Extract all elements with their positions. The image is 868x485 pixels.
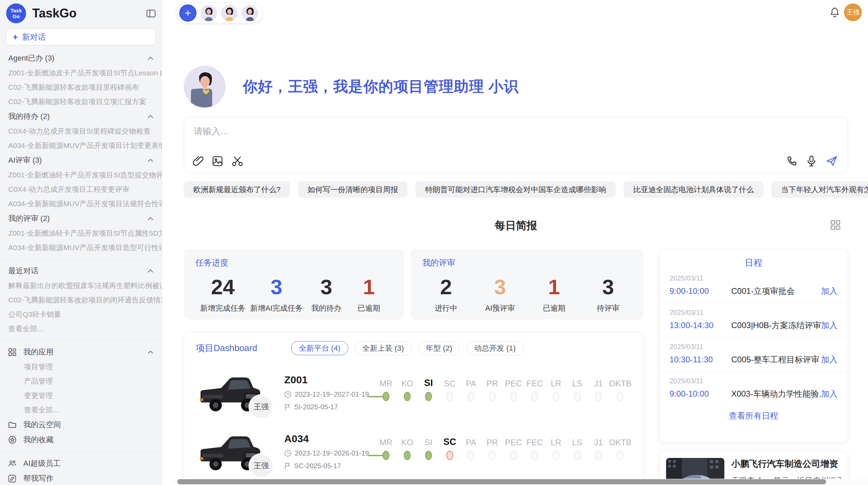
dashboard-title: 项目Dashboard: [196, 342, 291, 354]
sidebar-item-favorites[interactable]: 我的收藏: [0, 432, 162, 447]
sidebar-task-item[interactable]: C0X4-动力总成开发项目工程变更评审: [0, 182, 162, 197]
milestone-dot: [489, 451, 496, 460]
view-all-apps-link[interactable]: 查看全部...: [0, 403, 162, 417]
user-avatar[interactable]: 王强: [844, 3, 862, 21]
suggestion-chip[interactable]: 当下年轻人对汽车外观有怎样的喜好趋势: [771, 182, 868, 198]
sidebar-section-header[interactable]: 我的待办 (2): [0, 109, 162, 124]
schedule-entry[interactable]: 2025/03/1110:30-11:30C005-整车工程目标评审加入: [659, 337, 848, 372]
session-avatar-3[interactable]: [242, 5, 258, 21]
session-avatar-1[interactable]: [201, 5, 217, 21]
suggestion-chip[interactable]: 欧洲新规最近颁布了什么?: [184, 182, 290, 198]
section-title: Agent已办 (3): [8, 53, 55, 63]
milestone-dot: [446, 451, 453, 460]
stat-value: 1: [535, 275, 573, 299]
recent-conversation-item[interactable]: 解释最新出台的欧盟报废车法规再生塑料比例被调至15%...: [0, 278, 162, 293]
user-avatar-name: 王强: [846, 8, 859, 17]
chevron-up-icon[interactable]: [147, 269, 154, 273]
sidebar-item-my-apps[interactable]: 我的应用: [0, 345, 162, 360]
sidebar-item-AI超级员工[interactable]: AI超级员工: [0, 456, 162, 471]
my-app-item[interactable]: 产品管理: [0, 374, 162, 388]
stat-value: 3: [308, 275, 345, 299]
app-title: TaskGo: [32, 6, 146, 21]
milestone-timeline: MRKOSISCPAPRPECFECLRLSJ1OKTB: [375, 375, 631, 410]
project-row[interactable]: 王强Z0012023-12-19~2027-01-19SI-2025-05-17…: [196, 371, 631, 414]
microphone-icon[interactable]: [807, 156, 816, 166]
sidebar-task-item[interactable]: C02-飞腾新能源轻客改款项目立项汇报方案: [0, 95, 162, 109]
sidebar-section-header[interactable]: AI评审 (3): [0, 153, 162, 168]
milestone-dot: [617, 451, 624, 460]
chevron-up-icon[interactable]: [147, 350, 154, 354]
sidebar-section-header[interactable]: 最近对话: [0, 263, 162, 278]
notification-bell-icon[interactable]: [830, 7, 840, 18]
sidebar-task-item[interactable]: C0X4-动力总成开发项目SI里程碑提交物检查: [0, 124, 162, 138]
chat-input[interactable]: 请输入...: [184, 117, 848, 173]
scissors-icon[interactable]: [232, 156, 243, 166]
add-session-button[interactable]: +: [179, 4, 196, 22]
layout-grid-icon[interactable]: [830, 220, 841, 230]
schedule-entry[interactable]: 2025/03/119:00-10:00X003-车辆动力学性能验...加入: [659, 372, 848, 406]
sidebar-section-header[interactable]: Agent已办 (3): [0, 51, 162, 66]
dashboard-filter-chip[interactable]: 全新平台 (4): [291, 341, 348, 355]
milestone-dot: [404, 451, 411, 460]
join-link[interactable]: 加入: [821, 286, 837, 297]
sidebar-task-item[interactable]: A034-全新新能源MUV产品开发项目计划变更表编写: [0, 138, 162, 153]
chevron-up-icon[interactable]: [147, 57, 154, 60]
chevron-up-icon[interactable]: [147, 115, 154, 119]
dashboard-filter-chip[interactable]: 全新上装 (3): [354, 341, 412, 355]
dashboard-filter-chip[interactable]: 动总开发 (1): [466, 341, 523, 355]
my-app-item[interactable]: 项目管理: [0, 360, 162, 374]
sidebar-item-cloud-space[interactable]: 我的云空间: [0, 417, 162, 432]
recent-conversation-item[interactable]: C02-飞腾新能源轻客改款项目的闭环通告反馈情况: [0, 293, 162, 307]
suggestion-chip[interactable]: 如何写一份清晰的项目周报: [298, 182, 408, 198]
phone-icon[interactable]: [787, 156, 797, 166]
apps-grid-icon: [8, 348, 19, 356]
milestone-sc: SC: [439, 434, 460, 469]
chevron-up-icon[interactable]: [147, 159, 154, 162]
divider: [0, 451, 162, 452]
sidebar-task-item[interactable]: A034-全新新能源MUV产品开发项目造型可行性评审: [0, 240, 162, 255]
sidebar-collapse-icon[interactable]: [146, 10, 156, 17]
sidebar-tools: AI超级员工帮我写作创意制图: [0, 456, 162, 485]
sidebar-section-header[interactable]: 我的评审 (2): [0, 211, 162, 226]
view-all-conversations-link[interactable]: 查看全部...: [0, 322, 162, 336]
schedule-entry[interactable]: 2025/03/119:00-10:00C001-立项审批会加入: [659, 269, 848, 303]
horizontal-scrollbar[interactable]: [177, 479, 826, 484]
milestone-si: SI: [418, 434, 439, 469]
assistant-avatar: [184, 66, 226, 108]
milestone-dot: [468, 392, 474, 401]
project-vehicle-image: 王强: [196, 430, 262, 473]
section-title: 我的评审 (2): [8, 213, 50, 224]
sidebar-task-item[interactable]: Z001-全新燃油轻卡产品开发项目SI造型提交物评审: [0, 168, 162, 182]
sidebar-task-item[interactable]: Z001-全新燃油皮卡产品开发项目SI节点Lesson Learn报告: [0, 66, 162, 80]
milestone-dot: [383, 392, 389, 401]
divider: [0, 340, 162, 340]
dashboard-filter-chip[interactable]: 年型 (2): [418, 341, 460, 355]
sidebar-task-item[interactable]: C02-飞腾新能源轻客改款项目里程碑画布: [0, 80, 162, 95]
schedule-entry[interactable]: 2025/03/1113:00-14:30C003|H0B-方案冻结评审加入: [659, 303, 848, 337]
project-row[interactable]: 王强A0342023-12-19~2026-01-19SC-2025-05-17…: [196, 430, 631, 473]
milestone-label: SC: [443, 434, 456, 447]
stat-进行中: 2进行中: [427, 275, 465, 313]
sidebar-item-帮我写作[interactable]: 帮我写作: [0, 471, 162, 485]
send-icon[interactable]: [826, 156, 837, 166]
milestone-sc: SC: [439, 375, 460, 410]
view-all-schedule-link[interactable]: 查看所有日程: [659, 410, 848, 421]
recent-conversation-item[interactable]: 公司Q3轻卡销量: [0, 307, 162, 322]
suggestion-chip[interactable]: 特朗普可能对进口汽车增税会对中国车企造成哪些影响: [415, 182, 616, 198]
attachment-icon[interactable]: [193, 156, 203, 166]
suggestion-chip[interactable]: 比亚迪全固态电池计划具体说了什么: [624, 182, 763, 198]
milestone-pr: PR: [482, 375, 503, 410]
image-icon[interactable]: [212, 156, 223, 166]
session-avatar-2[interactable]: [221, 5, 238, 21]
new-chat-button[interactable]: + 新对话: [6, 29, 156, 45]
join-link[interactable]: 加入: [821, 320, 837, 331]
join-link[interactable]: 加入: [821, 388, 837, 399]
milestone-ko: KO: [397, 434, 418, 469]
sidebar-task-item[interactable]: A034-全新新能源MUV产品开发项目法规符合性评审: [0, 197, 162, 211]
chevron-up-icon[interactable]: [147, 217, 154, 221]
schedule-date: 2025/03/11: [670, 309, 837, 316]
sidebar-task-item[interactable]: Z001-全新燃油轻卡产品开发项目SI节点属性5D文件评审: [0, 226, 162, 240]
milestone-label: SI: [425, 434, 433, 447]
join-link[interactable]: 加入: [821, 354, 837, 365]
my-app-item[interactable]: 变更管理: [0, 388, 162, 403]
